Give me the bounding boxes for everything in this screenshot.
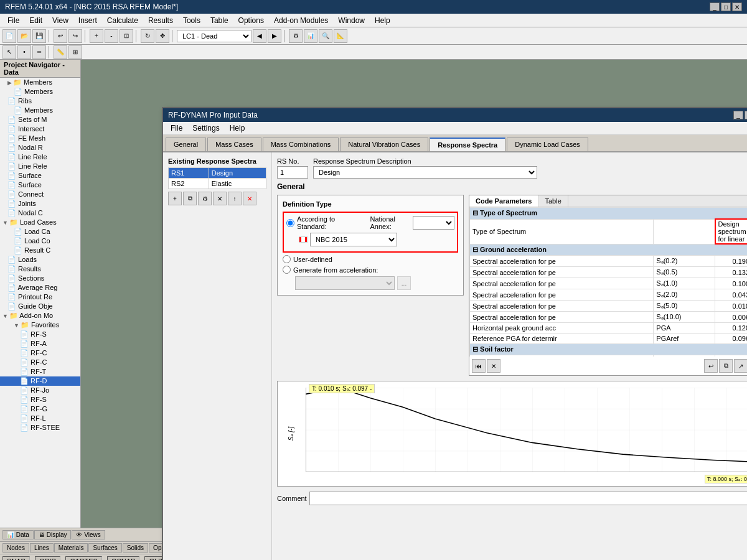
radio-accel[interactable] <box>283 266 291 274</box>
menu-edit[interactable]: Edit <box>24 15 47 26</box>
grid-btn[interactable]: GRID <box>35 556 61 561</box>
tb-zoom-out[interactable]: - <box>105 29 118 43</box>
tree-surface1[interactable]: 📄 Surface <box>0 171 80 180</box>
tree-loadca[interactable]: 📄 Load Ca <box>0 227 80 236</box>
tb-save[interactable]: 💾 <box>32 29 46 43</box>
menu-help[interactable]: Help <box>370 15 395 26</box>
params-first-btn[interactable]: ⏮ <box>472 359 486 373</box>
tree-femesh[interactable]: 📄 FE Mesh <box>0 134 80 143</box>
rs-desc-select[interactable]: Design <box>313 166 537 179</box>
tb-rotate[interactable]: ↻ <box>141 29 154 43</box>
close-btn[interactable]: ✕ <box>732 2 742 11</box>
menu-insert[interactable]: Insert <box>73 15 102 26</box>
tree-sections[interactable]: 📄 Sections <box>0 274 80 283</box>
tree-favorites[interactable]: ▼📁 Favorites <box>0 320 80 330</box>
tb-misc2[interactable]: 📊 <box>304 29 317 43</box>
tb-prev[interactable]: ◀ <box>253 29 266 43</box>
standard-select[interactable]: NBC 2015 <box>310 233 397 246</box>
cartes-btn[interactable]: CARTES <box>65 556 101 561</box>
tab-mass-combinations[interactable]: Mass Combinations <box>263 138 339 151</box>
tb2-point[interactable]: • <box>17 45 31 59</box>
nav-tab-display[interactable]: 🖥 Display <box>34 530 72 539</box>
tree-rft[interactable]: 📄 RF-T <box>0 367 80 376</box>
tb2-line[interactable]: ━ <box>32 45 46 59</box>
tree-rfg[interactable]: 📄 RF-G <box>0 404 80 414</box>
menu-results[interactable]: Results <box>143 15 178 26</box>
dialog-minimize-btn[interactable]: _ <box>733 111 743 119</box>
menu-file[interactable]: File <box>2 15 24 26</box>
menu-view[interactable]: View <box>47 15 73 26</box>
params-undo-btn[interactable]: ↩ <box>704 359 718 373</box>
dialog-menu-file[interactable]: File <box>168 123 185 133</box>
tb-misc3[interactable]: 🔍 <box>319 29 332 43</box>
tb2-select[interactable]: ↖ <box>2 45 16 59</box>
tb-zoom-fit[interactable]: ⊡ <box>120 29 133 43</box>
tb-misc1[interactable]: ⚙ <box>289 29 303 43</box>
tree-rfc2[interactable]: 📄 RF-C <box>0 358 80 367</box>
dialog-menu-settings[interactable]: Settings <box>190 123 222 133</box>
tree-loadcases[interactable]: ▼📁 Load Cases <box>0 218 80 227</box>
tab-dynamic-load[interactable]: Dynamic Load Cases <box>507 138 588 151</box>
lines-tab[interactable]: Lines <box>30 543 54 553</box>
tree-rfa[interactable]: 📄 RF-A <box>0 339 80 348</box>
tab-natural-vibration[interactable]: Natural Vibration Cases <box>340 138 428 151</box>
tb-open[interactable]: 📂 <box>17 29 31 43</box>
radio-standard[interactable] <box>286 219 294 227</box>
osnap-btn[interactable]: OSNAP <box>107 556 140 561</box>
tree-members2[interactable]: 📄 Members <box>0 87 80 96</box>
dialog-menu-help[interactable]: Help <box>227 123 248 133</box>
tb-new[interactable]: 📄 <box>2 29 16 43</box>
rs-no-input[interactable] <box>277 166 308 179</box>
tb-pan[interactable]: ✥ <box>156 29 169 43</box>
tree-joints[interactable]: 📄 Joints <box>0 199 80 208</box>
tree-connect[interactable]: 📄 Connect <box>0 190 80 199</box>
tree-averagereg[interactable]: 📄 Average Reg <box>0 283 80 292</box>
tree-surface2[interactable]: 📄 Surface <box>0 180 80 190</box>
tb-redo[interactable]: ↪ <box>68 29 82 43</box>
tree-loads[interactable]: 📄 Loads <box>0 255 80 264</box>
copy-spectrum-btn[interactable]: ⧉ <box>183 192 197 205</box>
menu-addon[interactable]: Add-on Modules <box>269 15 333 26</box>
tree-results[interactable]: 📄 Results <box>0 264 80 274</box>
tb-zoom-in[interactable]: + <box>90 29 103 43</box>
tree-ribs[interactable]: 📄 Ribs <box>0 96 80 106</box>
tb-misc4[interactable]: 📐 <box>334 29 347 43</box>
tree-nodalr[interactable]: 📄 Nodal R <box>0 143 80 152</box>
add-spectrum-btn[interactable]: + <box>168 192 182 205</box>
tb2-measure[interactable]: 📏 <box>54 45 67 59</box>
tree-printoutre[interactable]: 📄 Printout Re <box>0 292 80 302</box>
tb2-dimension[interactable]: ⊞ <box>68 45 82 59</box>
params-copy-btn[interactable]: ⧉ <box>719 359 733 373</box>
delete-all-btn[interactable]: ✕ <box>243 192 256 205</box>
tree-rfd[interactable]: 📄 RF-D <box>0 376 80 386</box>
rs-row-1[interactable]: RS1 Design <box>169 168 266 179</box>
tb-next[interactable]: ▶ <box>268 29 281 43</box>
tree-members3[interactable]: 📄 Members <box>0 106 80 115</box>
tab-mass-cases[interactable]: Mass Cases <box>207 138 261 151</box>
materials-tab[interactable]: Materials <box>54 543 88 553</box>
tree-guideobj[interactable]: 📄 Guide Obje <box>0 302 80 311</box>
params-tab-table[interactable]: Table <box>539 195 568 207</box>
surfaces-tab[interactable]: Surfaces <box>88 543 121 553</box>
tree-resultc[interactable]: 📄 Result C <box>0 246 80 255</box>
params-export-btn[interactable]: ↗ <box>734 359 747 373</box>
maximize-btn[interactable]: □ <box>721 2 731 11</box>
nav-tab-data[interactable]: 📊 Data <box>2 530 34 539</box>
rs-row-2[interactable]: RS2 Elastic <box>169 179 266 189</box>
comment-input[interactable] <box>309 492 747 505</box>
menu-calculate[interactable]: Calculate <box>102 15 143 26</box>
tree-intersect[interactable]: 📄 Intersect <box>0 124 80 134</box>
tree-rfs2[interactable]: 📄 RF-S <box>0 395 80 404</box>
import-btn[interactable]: ↑ <box>228 192 242 205</box>
tree-nodalc[interactable]: 📄 Nodal C <box>0 208 80 218</box>
tree-sets[interactable]: 📄 Sets of M <box>0 115 80 124</box>
minimize-btn[interactable]: _ <box>710 2 720 11</box>
tree-linerele2[interactable]: 📄 Line Rele <box>0 162 80 171</box>
tree-loadco[interactable]: 📄 Load Co <box>0 236 80 246</box>
snap-btn[interactable]: SNAP <box>2 556 30 561</box>
tree-members1[interactable]: ▶📁 Members <box>0 78 80 87</box>
load-case-dropdown[interactable]: LC1 - Dead <box>177 30 251 42</box>
national-annex-select[interactable] <box>413 216 454 230</box>
nav-tab-views[interactable]: 👁 Views <box>72 530 105 539</box>
nodes-tab[interactable]: Nodes <box>2 543 29 553</box>
